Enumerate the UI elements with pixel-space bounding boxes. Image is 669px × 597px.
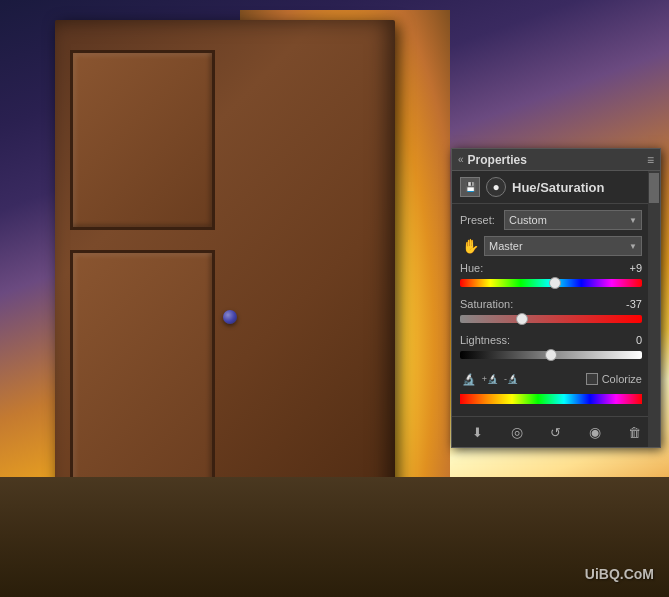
eyedropper-btn-1[interactable]: 🔬 xyxy=(460,370,478,388)
clip-to-layer-button[interactable]: ⬇ xyxy=(467,421,489,443)
properties-header: 💾 ● Hue/Saturation xyxy=(452,171,660,204)
hue-track-container[interactable] xyxy=(460,276,642,290)
lightness-thumb[interactable] xyxy=(545,349,557,361)
panel-title-left: « Properties xyxy=(458,153,527,167)
saturation-thumb[interactable] xyxy=(516,313,528,325)
channel-row: ✋ Master ▼ xyxy=(460,236,642,256)
eyedropper-btn-2[interactable]: +🔬 xyxy=(481,370,499,388)
collapse-arrows[interactable]: « xyxy=(458,154,464,165)
rainbow-bar xyxy=(460,394,642,404)
delete-button[interactable]: 🗑 xyxy=(623,421,645,443)
lightness-header: Lightness: 0 xyxy=(460,334,642,346)
colorize-label: Colorize xyxy=(602,373,642,385)
channel-value: Master xyxy=(489,240,523,252)
door-knob xyxy=(223,310,237,324)
preset-label: Preset: xyxy=(460,214,500,226)
panel-title: Properties xyxy=(468,153,527,167)
eyedropper-group: 🔬 +🔬 -🔬 xyxy=(460,370,582,388)
lightness-label: Lightness: xyxy=(460,334,510,346)
saturation-value: -37 xyxy=(612,298,642,310)
channel-dropdown-arrow: ▼ xyxy=(629,242,637,251)
panel-menu-icon[interactable]: ≡ xyxy=(647,153,654,167)
saturation-track-container[interactable] xyxy=(460,312,642,326)
view-previous-button[interactable]: ◉ xyxy=(584,421,606,443)
colorize-checkbox-row[interactable]: Colorize xyxy=(586,373,642,385)
ground xyxy=(0,477,669,597)
preset-value: Custom xyxy=(509,214,547,226)
toggle-visibility-button[interactable]: ◎ xyxy=(506,421,528,443)
colorize-checkbox[interactable] xyxy=(586,373,598,385)
saturation-slider-row: Saturation: -37 xyxy=(460,298,642,326)
hue-header: Hue: +9 xyxy=(460,262,642,274)
scrollbar-thumb[interactable] xyxy=(649,173,659,203)
save-state-icon[interactable]: 💾 xyxy=(460,177,480,197)
scrollbar-track[interactable] xyxy=(648,171,660,447)
hue-slider-row: Hue: +9 xyxy=(460,262,642,290)
panel-toolbar: ⬇ ◎ ↺ ◉ 🗑 xyxy=(452,416,660,447)
section-title: Hue/Saturation xyxy=(512,180,604,195)
hue-track xyxy=(460,279,642,287)
hand-tool-icon[interactable]: ✋ xyxy=(460,236,480,256)
panel-content: Preset: Custom ▼ ✋ Master ▼ Hue: +9 xyxy=(452,204,660,416)
properties-panel: « Properties ≡ 💾 ● Hue/Saturation Preset… xyxy=(451,148,661,448)
saturation-header: Saturation: -37 xyxy=(460,298,642,310)
preset-dropdown-arrow: ▼ xyxy=(629,216,637,225)
watermark: UiBQ.CoM xyxy=(585,566,654,582)
layer-icon[interactable]: ● xyxy=(486,177,506,197)
eyedropper-btn-3[interactable]: -🔬 xyxy=(502,370,520,388)
preset-dropdown[interactable]: Custom ▼ xyxy=(504,210,642,230)
preset-row: Preset: Custom ▼ xyxy=(460,210,642,230)
hue-label: Hue: xyxy=(460,262,483,274)
door-panel-top xyxy=(70,50,215,230)
lightness-value: 0 xyxy=(612,334,642,346)
channel-dropdown[interactable]: Master ▼ xyxy=(484,236,642,256)
hue-value: +9 xyxy=(612,262,642,274)
hue-thumb[interactable] xyxy=(549,277,561,289)
lightness-track-container[interactable] xyxy=(460,348,642,362)
panel-titlebar: « Properties ≡ xyxy=(452,149,660,171)
colorize-row: 🔬 +🔬 -🔬 Colorize xyxy=(460,370,642,388)
saturation-label: Saturation: xyxy=(460,298,513,310)
saturation-track xyxy=(460,315,642,323)
lightness-track xyxy=(460,351,642,359)
lightness-slider-row: Lightness: 0 xyxy=(460,334,642,362)
reset-button[interactable]: ↺ xyxy=(545,421,567,443)
door-panel-bottom xyxy=(70,250,215,500)
